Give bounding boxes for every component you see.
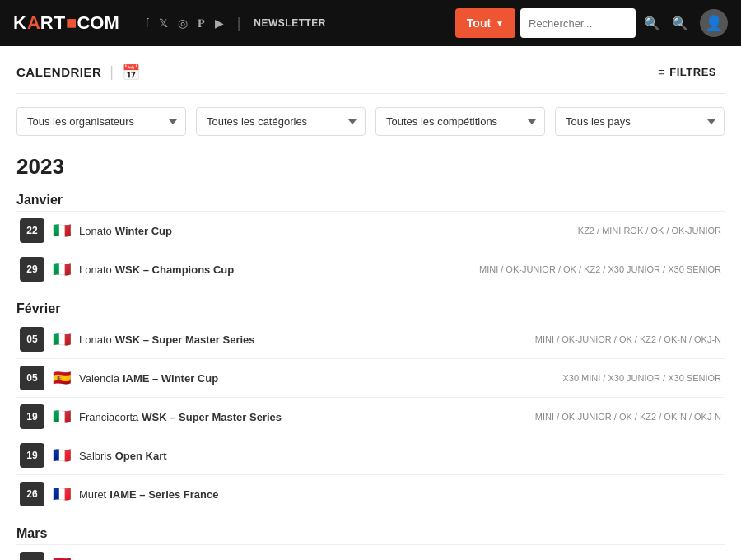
event-date-badge: 19 [20, 404, 44, 429]
tout-button[interactable]: Tout ▼ [455, 8, 515, 38]
event-race-name: WSK – Super Master Series [142, 411, 282, 423]
event-city: Muret [79, 488, 106, 501]
event-city: Franciacorta [79, 411, 138, 423]
year-heading: 2023 [16, 154, 725, 180]
event-row[interactable]: 19🇮🇹FranciacortaWSK – Super Master Serie… [16, 397, 725, 436]
filter-lines-icon: ≡ [658, 66, 664, 78]
search-alt-button[interactable]: 🔍 [669, 12, 692, 35]
search-button[interactable]: 🔍 [641, 12, 664, 35]
event-date-badge: 22 [20, 218, 44, 243]
event-row[interactable]: 05🇮🇹LonatoWSK – Super Master SeriesMINI … [16, 320, 725, 358]
event-tags: MINI / OK-JUNIOR / OK / KZ2 / X30 JUNIOR… [479, 264, 721, 274]
month-heading: Mars [16, 526, 725, 541]
youtube-icon[interactable]: ▶ [215, 16, 224, 30]
calendar-title: CALENDRIER [16, 65, 101, 79]
organisateurs-filter[interactable]: Tous les organisateurs [16, 107, 186, 136]
logo-a-letter: A [27, 12, 40, 34]
calendar-icon[interactable]: 📅 [122, 63, 140, 82]
calendar-bar: CALENDRIER | 📅 ≡ FILTRES [16, 46, 725, 94]
event-tags: MINI / OK-JUNIOR / OK / KZ2 / OK-N / OKJ… [535, 334, 721, 344]
avatar-icon: 👤 [705, 14, 723, 32]
header-divider: | [237, 15, 241, 32]
pays-filter[interactable]: Tous les pays [555, 107, 725, 136]
facebook-icon[interactable]: f [146, 16, 149, 30]
instagram-icon[interactable]: ◎ [178, 16, 188, 30]
competitions-filter[interactable]: Toutes les compétitions [375, 107, 545, 136]
event-race-name: Open Kart [115, 450, 167, 462]
calendar-title-area: CALENDRIER | 📅 [16, 63, 140, 82]
filtres-button[interactable]: ≡ FILTRES [650, 61, 725, 83]
filtres-label: FILTRES [669, 66, 716, 78]
country-flag: 🇮🇹 [53, 222, 71, 240]
event-city: Lonato [79, 225, 112, 237]
event-row[interactable]: 22🇮🇹LonatoWinter CupKZ2 / MINI ROK / OK … [16, 211, 725, 250]
main-content: CALENDRIER | 📅 ≡ FILTRES Tous les organi… [0, 46, 741, 560]
logo-block-text: ■ [66, 12, 77, 34]
month-heading: Février [16, 301, 725, 316]
event-date-badge: 05 [20, 366, 44, 390]
event-date-badge: 29 [20, 257, 44, 282]
event-name: FranciacortaWSK – Super Master Series [79, 411, 527, 423]
country-flag: 🇮🇹 [53, 330, 71, 348]
chevron-down-icon: ▼ [496, 19, 504, 28]
country-flag: 🇪🇸 [53, 369, 71, 387]
tout-label: Tout [467, 16, 491, 30]
newsletter-button[interactable]: NEWSLETTER [254, 17, 326, 29]
event-tags: MINI / OK-JUNIOR / OK / KZ2 / OK-N / OKJ… [535, 412, 721, 422]
event-race-name: IAME – Series France [110, 488, 218, 501]
event-date-badge: 19 [20, 443, 44, 468]
logo[interactable]: K A RT ■ COM [13, 12, 119, 34]
event-city: Lonato [79, 264, 112, 276]
avatar[interactable]: 👤 [700, 9, 728, 37]
filters-row: Tous les organisateurs Toutes les catégo… [16, 94, 725, 142]
logo-kart-text: K [13, 12, 27, 34]
country-flag: 🇪🇸 [53, 555, 71, 560]
event-date-badge: 05 [20, 327, 44, 352]
event-city: Salbris [79, 450, 112, 462]
event-name: MuretIAME – Series France [79, 488, 721, 501]
country-flag: 🇫🇷 [53, 485, 71, 503]
event-city: Lonato [79, 334, 112, 346]
event-row[interactable]: 05🇪🇸ZueraIAME – Euro SeriesX30 MINI / X3… [16, 544, 725, 560]
logo-com-text: COM [77, 12, 119, 34]
event-race-name: Winter Cup [115, 225, 172, 237]
event-race-name: WSK – Super Master Series [115, 334, 255, 346]
event-row[interactable]: 19🇫🇷SalbrisOpen Kart [16, 436, 725, 474]
event-city: Valencia [79, 372, 119, 385]
event-row[interactable]: 26🇫🇷MuretIAME – Series France [16, 474, 725, 513]
search-input[interactable] [520, 8, 636, 38]
logo-rt-text: RT [40, 12, 66, 34]
event-name: LonatoWSK – Champions Cup [79, 264, 471, 276]
header: K A RT ■ COM f 𝕏 ◎ 𝐏 ▶ | NEWSLETTER Tout… [0, 0, 741, 46]
categories-filter[interactable]: Toutes les catégories [196, 107, 366, 136]
event-row[interactable]: 05🇪🇸ValenciaIAME – Winter CupX30 MINI / … [16, 358, 725, 397]
months-container: Janvier22🇮🇹LonatoWinter CupKZ2 / MINI RO… [16, 193, 725, 560]
event-name: LonatoWSK – Super Master Series [79, 334, 527, 346]
country-flag: 🇫🇷 [53, 446, 71, 464]
twitter-icon[interactable]: 𝕏 [159, 16, 168, 30]
pinterest-icon[interactable]: 𝐏 [198, 16, 205, 30]
month-heading: Janvier [16, 193, 725, 208]
event-race-name: WSK – Champions Cup [115, 264, 234, 276]
event-race-name: IAME – Winter Cup [123, 372, 218, 385]
calendar-divider: | [110, 63, 114, 81]
country-flag: 🇮🇹 [53, 260, 71, 278]
search-area: Tout ▼ 🔍 🔍 👤 [455, 8, 728, 38]
event-row[interactable]: 29🇮🇹LonatoWSK – Champions CupMINI / OK-J… [16, 250, 725, 288]
social-links: f 𝕏 ◎ 𝐏 ▶ [146, 16, 224, 30]
event-date-badge: 05 [20, 552, 44, 560]
event-name: LonatoWinter Cup [79, 225, 570, 237]
event-tags: X30 MINI / X30 JUNIOR / X30 SENIOR [562, 373, 721, 383]
country-flag: 🇮🇹 [53, 408, 71, 426]
event-name: ValenciaIAME – Winter Cup [79, 372, 554, 385]
event-name: SalbrisOpen Kart [79, 450, 721, 462]
event-tags: KZ2 / MINI ROK / OK / OK-JUNIOR [578, 226, 721, 236]
event-date-badge: 26 [20, 482, 44, 506]
